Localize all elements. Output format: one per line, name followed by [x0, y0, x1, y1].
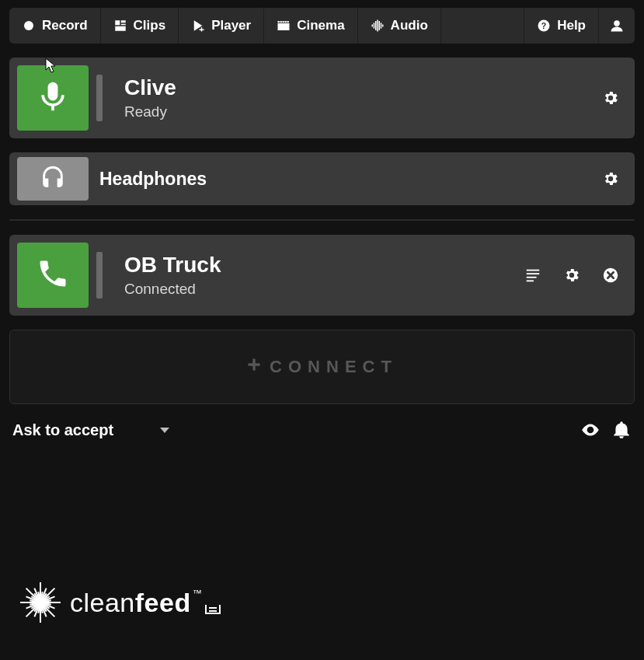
toolbar: Record Clips Player Cinema Audio ? Help	[9, 8, 635, 44]
record-icon	[22, 19, 36, 33]
plus-icon	[246, 357, 262, 377]
cinema-button[interactable]: Cinema	[264, 8, 357, 44]
channel-info: Clive Ready	[113, 75, 602, 120]
audio-button[interactable]: Audio	[358, 8, 441, 44]
gear-icon	[563, 273, 580, 286]
channel-name: Clive	[124, 75, 602, 100]
keyboard-icon	[205, 605, 221, 614]
level-meter	[96, 252, 103, 299]
audio-icon	[371, 19, 385, 33]
disconnect-button[interactable]	[602, 267, 619, 284]
accept-mode-label: Ask to accept	[12, 421, 113, 439]
logo-burst-icon	[19, 581, 62, 624]
cinema-label: Cinema	[297, 18, 344, 33]
visibility-button[interactable]	[580, 420, 600, 440]
svg-point-22	[614, 20, 620, 26]
channel-row: Clive Ready	[9, 58, 635, 138]
svg-rect-9	[280, 21, 282, 23]
toolbar-spacer	[441, 8, 524, 44]
channel-panel: Clive Ready Headphones	[9, 58, 635, 316]
settings-button[interactable]	[602, 170, 619, 187]
close-circle-icon	[602, 273, 619, 286]
svg-rect-8	[278, 21, 280, 23]
svg-rect-15	[375, 21, 377, 30]
svg-rect-14	[373, 23, 374, 29]
bell-icon	[611, 429, 632, 442]
headphones-info: Headphones	[89, 169, 602, 190]
clips-button[interactable]: Clips	[101, 8, 179, 44]
connection-row: OB Truck Connected	[9, 235, 635, 316]
svg-rect-25	[527, 277, 537, 278]
accept-mode-dropdown[interactable]: Ask to accept	[12, 421, 169, 439]
brand-text: cleanfeed™	[70, 588, 221, 618]
profile-button[interactable]	[599, 8, 635, 44]
svg-rect-1	[115, 20, 120, 25]
svg-rect-3	[120, 24, 125, 26]
profile-icon	[610, 19, 624, 33]
svg-rect-29	[249, 363, 260, 365]
divider	[9, 219, 635, 221]
connect-label: CONNECT	[270, 357, 398, 377]
trademark-icon: ™	[193, 588, 203, 599]
svg-rect-13	[371, 25, 373, 27]
gear-icon	[602, 96, 619, 109]
mic-tile[interactable]	[17, 65, 89, 131]
svg-point-0	[24, 21, 33, 30]
list-icon	[524, 273, 541, 286]
svg-rect-4	[115, 26, 126, 31]
headphones-row: Headphones	[9, 152, 635, 205]
player-label: Player	[211, 18, 251, 33]
brand-part1: clean	[70, 588, 135, 617]
level-meter	[96, 75, 103, 121]
record-label: Record	[42, 18, 88, 33]
svg-rect-17	[378, 21, 380, 30]
svg-rect-7	[278, 23, 290, 30]
gear-icon	[602, 176, 619, 190]
clips-icon	[113, 19, 127, 33]
settings-button[interactable]	[563, 267, 580, 284]
brand-part2: feed	[135, 588, 191, 617]
audio-label: Audio	[391, 18, 428, 33]
cinema-icon	[277, 19, 291, 33]
svg-rect-10	[283, 21, 284, 23]
player-button[interactable]: Player	[179, 8, 264, 44]
connection-name: OB Truck	[124, 253, 524, 278]
svg-rect-23	[527, 270, 540, 271]
settings-button[interactable]	[602, 89, 619, 107]
help-label: Help	[557, 18, 586, 33]
svg-rect-26	[527, 280, 534, 281]
svg-rect-18	[380, 23, 381, 29]
svg-rect-6	[200, 30, 204, 31]
eye-icon	[580, 429, 600, 442]
svg-rect-16	[377, 20, 378, 32]
headphones-label: Headphones	[99, 169, 602, 190]
channel-status: Ready	[124, 103, 602, 120]
headphones-icon	[40, 164, 66, 194]
footer-strip: Ask to accept	[12, 420, 632, 440]
headphones-tile[interactable]	[17, 157, 89, 201]
player-icon	[191, 19, 205, 33]
help-icon: ?	[537, 19, 551, 33]
svg-text:?: ?	[541, 21, 546, 30]
chevron-down-icon	[160, 428, 169, 433]
svg-rect-12	[287, 21, 289, 23]
svg-rect-19	[382, 25, 384, 27]
connection-info: OB Truck Connected	[113, 253, 524, 298]
details-button[interactable]	[524, 267, 541, 284]
svg-rect-2	[120, 20, 125, 23]
call-tile[interactable]	[17, 243, 89, 308]
svg-rect-11	[285, 21, 287, 23]
microphone-icon	[36, 79, 70, 117]
connect-button[interactable]: CONNECT	[9, 330, 635, 404]
phone-icon	[36, 257, 70, 294]
record-button[interactable]: Record	[9, 8, 101, 44]
clips-label: Clips	[134, 18, 166, 33]
help-button[interactable]: ? Help	[524, 8, 599, 44]
svg-rect-24	[527, 273, 540, 274]
brand-logo: cleanfeed™	[19, 581, 221, 624]
notifications-button[interactable]	[611, 420, 632, 440]
connection-status: Connected	[124, 281, 524, 298]
